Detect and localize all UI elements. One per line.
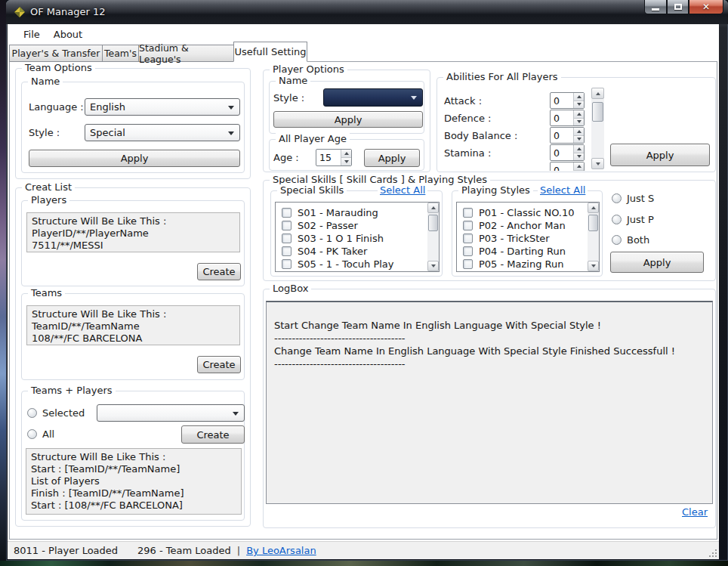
scroll-down-icon[interactable] xyxy=(427,261,439,271)
age-spinner[interactable]: 15 xyxy=(316,149,352,166)
checkbox[interactable] xyxy=(463,246,473,256)
playing-styles-scrollbar[interactable] xyxy=(588,203,599,271)
checkbox[interactable] xyxy=(463,221,473,230)
checkbox[interactable] xyxy=(463,259,473,269)
create-players-button[interactable]: Create xyxy=(197,263,241,280)
just-s-radio[interactable] xyxy=(612,193,622,203)
scroll-up-icon[interactable] xyxy=(588,203,599,213)
age-apply-button[interactable]: Apply xyxy=(364,149,420,167)
stamina-spinner[interactable]: 0 xyxy=(550,144,585,161)
style-item-label: P03 - TrickSter xyxy=(479,233,550,244)
list-item[interactable]: P05 - Mazing Run xyxy=(457,258,599,271)
scrollbar-track[interactable] xyxy=(591,99,604,158)
spinner-down-icon[interactable] xyxy=(341,158,351,165)
skills-apply-button[interactable]: Apply xyxy=(610,252,704,273)
spinner-down-icon[interactable] xyxy=(574,101,584,109)
structure-line: Finish : [TeamID/**/TeamName] xyxy=(31,487,236,500)
resize-grip-icon[interactable] xyxy=(708,549,717,558)
team-name-apply-button[interactable]: Apply xyxy=(29,150,240,167)
chevron-down-icon xyxy=(411,96,417,100)
list-item[interactable]: S05 - 1 - Tocuh Play xyxy=(276,258,439,271)
players-structure-box[interactable]: Structure Will Be Like This : PlayerID/*… xyxy=(26,212,240,252)
checkbox[interactable] xyxy=(282,246,292,256)
spinner-down-icon[interactable] xyxy=(574,171,584,172)
scrollbar-track[interactable] xyxy=(427,213,439,261)
checkbox[interactable] xyxy=(282,221,292,230)
tab-players-transfer[interactable]: Player's & Transfer xyxy=(9,45,103,62)
attack-spinner[interactable]: 0 xyxy=(550,92,585,109)
spinner-up-icon[interactable] xyxy=(574,110,584,119)
clipped-spinner[interactable]: 0 xyxy=(550,162,585,171)
skill-item-label: S03 - 1 O 1 Finish xyxy=(298,233,384,244)
menu-file[interactable]: File xyxy=(17,26,47,42)
player-style-combobox[interactable] xyxy=(323,88,423,107)
credit-link[interactable]: By LeoArsalan xyxy=(246,545,316,556)
list-item[interactable]: S03 - 1 O 1 Finish xyxy=(276,232,439,245)
scrollbar-thumb[interactable] xyxy=(592,102,603,122)
checkbox[interactable] xyxy=(463,208,473,218)
both-radio[interactable] xyxy=(612,235,622,245)
scroll-up-icon[interactable] xyxy=(591,88,604,99)
checkbox[interactable] xyxy=(282,259,292,269)
tab-usefull-setting[interactable]: Usefull Setting xyxy=(233,42,307,62)
maximize-button[interactable] xyxy=(667,0,689,14)
scroll-down-icon[interactable] xyxy=(588,261,599,271)
checkbox[interactable] xyxy=(463,234,473,243)
spinner-down-icon[interactable] xyxy=(574,119,584,126)
scroll-up-icon[interactable] xyxy=(427,203,439,213)
minimize-button[interactable] xyxy=(644,0,667,14)
special-skills-list[interactable]: S01 - Marauding S02 - Passer S03 - 1 O 1… xyxy=(275,202,440,272)
scrollbar-thumb[interactable] xyxy=(428,215,438,231)
spinner-down-icon[interactable] xyxy=(574,136,584,144)
menu-about[interactable]: About xyxy=(47,26,89,42)
structure-line: 7511/**/MESSI xyxy=(32,240,235,252)
title-bar[interactable]: OF Manager 12 ✕ xyxy=(6,0,728,24)
spinner-up-icon[interactable] xyxy=(574,145,584,153)
spinner-up-icon[interactable] xyxy=(341,150,351,158)
list-item[interactable]: P01 - Classic NO.10 xyxy=(457,206,599,219)
scrollbar-thumb[interactable] xyxy=(588,215,598,231)
create-teams-players-button[interactable]: Create xyxy=(181,425,245,444)
list-item[interactable]: P02 - Anchor Man xyxy=(457,219,599,232)
just-p-radio[interactable] xyxy=(612,215,622,224)
teams-players-combobox[interactable] xyxy=(97,404,245,422)
create-teams-button[interactable]: Create xyxy=(197,356,241,373)
special-skills-scrollbar[interactable] xyxy=(427,203,439,271)
selected-radio[interactable] xyxy=(27,408,37,418)
checkbox[interactable] xyxy=(282,208,292,218)
body-balance-spinner[interactable]: 0 xyxy=(550,127,585,144)
scroll-down-icon[interactable] xyxy=(591,158,604,169)
scrollbar-track[interactable] xyxy=(588,213,599,261)
group-title: Players xyxy=(28,194,69,206)
group-title: Special Skills [ Skill Cards ] & Playing… xyxy=(270,174,490,185)
player-name-apply-button[interactable]: Apply xyxy=(273,111,423,128)
close-button[interactable]: ✕ xyxy=(689,0,723,14)
special-select-all-link[interactable]: Select All xyxy=(378,184,427,196)
spinner-up-icon[interactable] xyxy=(574,128,584,136)
list-item[interactable]: S04 - PK Taker xyxy=(276,245,439,258)
tab-teams[interactable]: Team's xyxy=(102,45,139,62)
list-item[interactable]: P04 - Darting Run xyxy=(457,245,599,258)
spinner-up-icon[interactable] xyxy=(574,162,584,171)
list-item[interactable]: S01 - Marauding xyxy=(276,206,439,219)
spinner-up-icon[interactable] xyxy=(574,93,584,101)
teams-structure-box[interactable]: Structure Will Be Like This : TeamID/**/… xyxy=(26,305,240,345)
log-textarea[interactable]: Start Change Team Name In English Langua… xyxy=(266,301,713,504)
clear-log-link[interactable]: Clear xyxy=(682,506,708,518)
log-line: ------------------------------------- xyxy=(274,332,705,345)
defence-spinner[interactable]: 0 xyxy=(550,110,585,126)
abilities-scrollbar[interactable] xyxy=(591,88,604,169)
all-radio[interactable] xyxy=(27,429,37,439)
tab-stadium-leagues[interactable]: Stadium & League's xyxy=(138,45,234,62)
team-style-combobox[interactable]: Special xyxy=(85,124,240,141)
playing-styles-list[interactable]: P01 - Classic NO.10 P02 - Anchor Man P03… xyxy=(456,202,600,272)
checkbox[interactable] xyxy=(282,234,292,243)
playing-select-all-link[interactable]: Select All xyxy=(538,184,588,196)
teams-players-structure-box[interactable]: Structure Will Be Like This : Start : [T… xyxy=(26,448,242,515)
abilities-apply-button[interactable]: Apply xyxy=(610,144,710,166)
language-combobox[interactable]: English xyxy=(85,98,240,116)
list-item[interactable]: P03 - TrickSter xyxy=(457,232,599,245)
group-title: Teams xyxy=(28,287,65,298)
list-item[interactable]: S02 - Passer xyxy=(276,219,439,232)
spinner-down-icon[interactable] xyxy=(574,153,584,161)
